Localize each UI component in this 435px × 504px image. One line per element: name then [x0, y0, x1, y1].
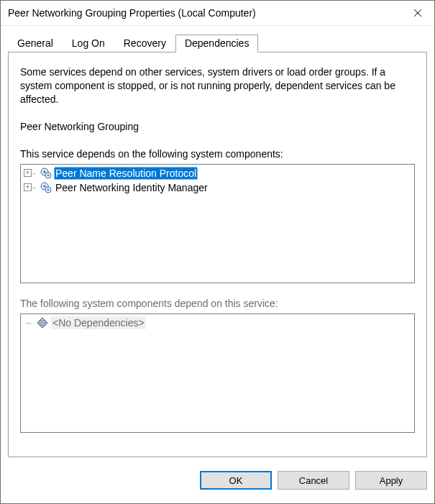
svg-point-5: [47, 174, 49, 175]
tab-logon[interactable]: Log On: [63, 35, 114, 52]
dependents-label: The following system components depend o…: [20, 298, 415, 309]
expand-icon[interactable]: +: [24, 183, 32, 191]
depends-on-label: This service depends on the following sy…: [20, 148, 415, 160]
tree-connector-icon: ··: [32, 169, 40, 178]
svg-point-7: [43, 185, 45, 187]
close-button[interactable]: [401, 1, 434, 24]
gear-icon: [40, 167, 52, 180]
dialog-window: Peer Networking Grouping Properties (Loc…: [0, 0, 435, 504]
close-icon: [413, 9, 422, 17]
tree-node-label[interactable]: Peer Networking Identity Manager: [54, 181, 209, 194]
expand-icon[interactable]: +: [24, 169, 32, 177]
dependents-tree[interactable]: ···· <No Dependencies>: [20, 313, 415, 433]
tree-node[interactable]: + ·· Peer Name Resolution Protocol: [22, 166, 413, 180]
tree-connector-icon: ··: [32, 183, 40, 192]
depends-on-tree[interactable]: + ·· Peer Name Resolution Protocol +: [20, 164, 415, 283]
client-area: General Log On Recovery Dependencies Som…: [1, 26, 434, 464]
tree-node[interactable]: ···· <No Dependencies>: [22, 316, 413, 330]
tree-node-label: <No Dependencies>: [51, 316, 146, 329]
tab-general[interactable]: General: [8, 35, 63, 52]
tab-dependencies[interactable]: Dependencies: [175, 35, 259, 52]
window-title: Peer Networking Grouping Properties (Loc…: [8, 7, 401, 19]
description-text: Some services depend on other services, …: [20, 65, 415, 106]
apply-button[interactable]: Apply: [355, 471, 427, 490]
ok-button[interactable]: OK: [200, 471, 272, 490]
tab-recovery[interactable]: Recovery: [114, 35, 175, 52]
titlebar: Peer Networking Grouping Properties (Loc…: [1, 1, 434, 26]
service-name: Peer Networking Grouping: [20, 121, 415, 132]
tabstrip: General Log On Recovery Dependencies: [8, 35, 427, 52]
button-bar: OK Cancel Apply: [1, 464, 434, 503]
gear-icon: [40, 181, 52, 194]
tree-node-label[interactable]: Peer Name Resolution Protocol: [54, 167, 198, 180]
cancel-button[interactable]: Cancel: [278, 471, 349, 490]
svg-point-9: [47, 188, 49, 190]
diamond-icon: [37, 317, 48, 329]
tree-node[interactable]: + ·· Peer Networking Identity Manager: [22, 180, 413, 195]
tree-connector-icon: ····: [25, 319, 32, 327]
svg-point-3: [43, 170, 45, 173]
tabpage-dependencies: Some services depend on other services, …: [8, 52, 427, 457]
